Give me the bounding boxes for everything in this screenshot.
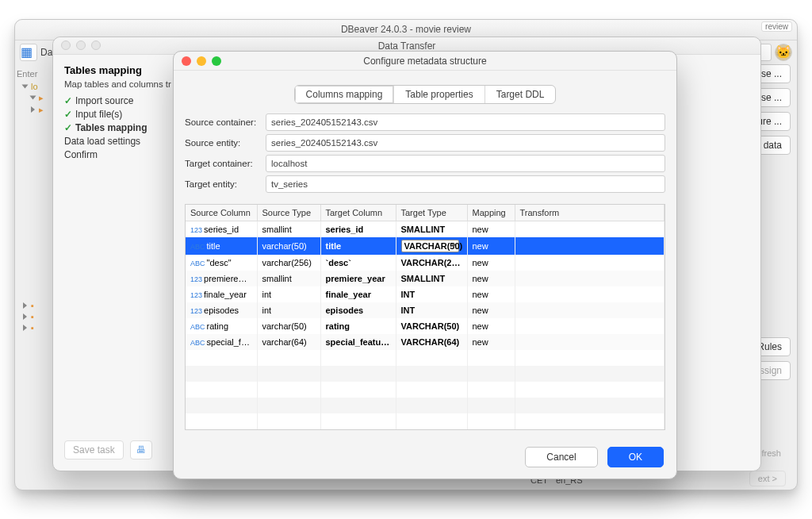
- minimize-icon[interactable]: [76, 40, 86, 50]
- window-controls[interactable]: [182, 56, 221, 66]
- editor-tab-review[interactable]: review: [761, 21, 792, 32]
- task-toolbar: Save task 🖶: [64, 440, 152, 459]
- folder-icon[interactable]: ▸: [39, 93, 44, 102]
- table-row[interactable]: ABCtitlevarchar(50)titleVARCHAR(50)new: [186, 237, 665, 255]
- datatype-icon: ABC: [190, 323, 205, 331]
- source-entity-field[interactable]: series_202405152143.csv: [266, 134, 665, 152]
- window-controls[interactable]: [61, 40, 101, 50]
- table-row-empty: [186, 382, 665, 398]
- zoom-icon[interactable]: [212, 56, 221, 66]
- datatype-icon: 123: [190, 275, 202, 283]
- col-mapping[interactable]: Mapping: [467, 205, 515, 221]
- col-source-column[interactable]: Source Column: [186, 205, 257, 221]
- source-container-field[interactable]: series_202405152143.csv: [266, 113, 665, 131]
- datatype-icon: ABC: [190, 260, 205, 267]
- save-task-button[interactable]: Save task: [64, 440, 124, 459]
- datatype-icon: ABC: [190, 339, 205, 347]
- step-tables-mapping[interactable]: Tables mapping: [75, 122, 147, 133]
- datatype-icon: 123: [190, 291, 202, 299]
- tree-chevron-icon[interactable]: [30, 96, 36, 100]
- datatype-icon: 123: [190, 226, 202, 234]
- metadata-dialog: Configure metadata structure Columns map…: [173, 51, 677, 479]
- tree-chevron-icon[interactable]: [22, 85, 29, 89]
- db-icon[interactable]: ▦: [20, 44, 37, 61]
- columns-grid[interactable]: Source Column Source Type Target Column …: [185, 204, 665, 430]
- dialog-buttons: Cancel OK: [525, 447, 664, 467]
- task-settings-icon[interactable]: 🖶: [130, 440, 152, 459]
- col-target-column[interactable]: Target Column: [320, 205, 396, 221]
- source-entity-label: Source entity:: [185, 138, 266, 148]
- front-title: Configure metadata structure: [174, 52, 676, 71]
- table-row-empty: [186, 398, 665, 413]
- check-icon: ✓: [64, 95, 72, 106]
- table-row[interactable]: ABCratingvarchar(50)ratingVARCHAR(50)new: [186, 318, 665, 334]
- col-transform[interactable]: Transform: [515, 205, 665, 221]
- target-entity-field[interactable]: tv_series: [266, 175, 665, 193]
- tree-chevron-icon[interactable]: [23, 313, 27, 320]
- tree-chevron-icon[interactable]: [31, 106, 35, 113]
- table-row-empty: [186, 366, 665, 382]
- table-row[interactable]: ABC"desc"varchar(256)`desc`VARCHAR(256)n…: [186, 255, 665, 271]
- close-icon[interactable]: [61, 40, 71, 50]
- step-input-files[interactable]: Input file(s): [75, 109, 122, 120]
- tab-columns-mapping[interactable]: Columns mapping: [295, 86, 395, 103]
- folder-icon[interactable]: ▸: [39, 105, 44, 114]
- datatype-icon: 123: [190, 307, 202, 315]
- step-import-source[interactable]: Import source: [75, 95, 133, 106]
- tree-chevron-icon[interactable]: [23, 325, 27, 331]
- front-title-text: Configure metadata structure: [363, 56, 486, 67]
- table-row[interactable]: 123series_idsmallintseries_idSMALLINTnew: [186, 221, 665, 237]
- check-icon: ✓: [64, 109, 72, 120]
- folder-icon: ▪: [31, 312, 34, 321]
- close-icon[interactable]: [182, 56, 191, 66]
- col-source-type[interactable]: Source Type: [257, 205, 320, 221]
- tab-target-ddl[interactable]: Target DDL: [485, 86, 556, 103]
- source-container-label: Source container:: [185, 117, 266, 127]
- table-row[interactable]: 123premiere_yearsmallintpremiere_yearSMA…: [186, 271, 665, 286]
- mid-title-text: Data Transfer: [378, 40, 436, 52]
- minimize-icon[interactable]: [197, 56, 206, 66]
- table-row-empty: [186, 350, 665, 366]
- ok-button[interactable]: OK: [607, 447, 664, 467]
- target-container-field[interactable]: localhost: [266, 155, 665, 172]
- table-row[interactable]: ABCspecial_featuresvarchar(64)special_fe…: [186, 334, 665, 350]
- check-icon: ✓: [64, 122, 72, 133]
- editor-tab-strip: review: [761, 21, 792, 32]
- tree-chevron-icon[interactable]: [23, 302, 27, 309]
- zoom-icon[interactable]: [91, 40, 101, 50]
- folder-icon: ▪: [31, 301, 34, 310]
- step-data-load[interactable]: Data load settings: [64, 136, 140, 147]
- folder-icon: ▪: [31, 323, 34, 333]
- user-avatar-icon[interactable]: 🐱: [775, 44, 792, 61]
- target-entity-label: Target entity:: [185, 179, 266, 189]
- table-row-empty: [186, 413, 665, 429]
- tab-table-properties[interactable]: Table properties: [394, 86, 485, 103]
- step-confirm[interactable]: Confirm: [64, 149, 98, 160]
- table-row[interactable]: 123episodesintepisodesINTnew: [186, 302, 665, 318]
- metadata-tabs: Columns mapping Table properties Target …: [174, 85, 676, 104]
- metadata-form: Source container: series_202405152143.cs…: [174, 112, 676, 198]
- cancel-button[interactable]: Cancel: [525, 447, 597, 467]
- col-target-type[interactable]: Target Type: [396, 205, 467, 221]
- table-row[interactable]: 123finale_yearintfinale_yearINTnew: [186, 286, 665, 302]
- target-container-label: Target container:: [185, 159, 266, 168]
- db-node[interactable]: lo: [31, 82, 38, 91]
- datatype-icon: ABC: [190, 243, 205, 251]
